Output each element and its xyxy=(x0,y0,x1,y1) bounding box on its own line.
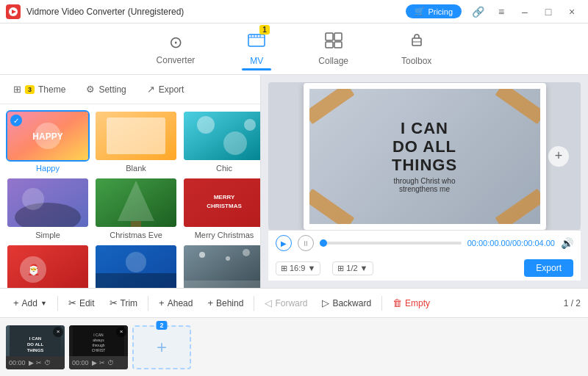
toolbox-icon xyxy=(408,32,426,53)
theme-thumb-merry[interactable]: MERRYCHRISTMAS xyxy=(182,177,260,228)
tab-converter[interactable]: ⊙ Converter xyxy=(145,29,207,70)
preview-area: I CAN DO ALL THINGS through Christ who s… xyxy=(268,82,581,230)
export-tab[interactable]: ↗ Export xyxy=(143,81,189,98)
svg-text:🎅: 🎅 xyxy=(27,264,40,276)
svg-rect-8 xyxy=(326,33,333,40)
theme-grid: HAPPY ✓ Happy Blank xyxy=(0,104,260,288)
setting-gear-icon: ⚙ xyxy=(86,84,95,95)
ahead-button[interactable]: + Ahead xyxy=(153,294,198,312)
tab-toolbox[interactable]: Toolbox xyxy=(390,28,443,70)
theme-item-santa[interactable]: 🎅 Santa Claus xyxy=(6,244,90,288)
preview-headline: I CAN DO ALL THINGS xyxy=(392,119,457,175)
tab-mv[interactable]: 1 MV xyxy=(236,28,277,70)
time-display: 00:00:00.00/00:00:04.00 xyxy=(467,239,555,247)
christmas-image xyxy=(96,178,176,227)
cart-icon: 🛒 xyxy=(415,7,425,16)
trim-button[interactable]: ✂ Trim xyxy=(104,294,144,312)
svg-text:I CAN: I CAN xyxy=(93,333,104,337)
theme-tab[interactable]: ⊞ 3 Theme xyxy=(9,81,70,98)
window-controls: 🔗 ≡ – □ × xyxy=(467,1,582,22)
svg-rect-19 xyxy=(184,110,260,162)
theme-thumb-santa[interactable]: 🎅 xyxy=(6,244,90,288)
theme-item-blank[interactable]: Blank xyxy=(94,110,178,173)
svg-point-20 xyxy=(197,116,215,134)
timeline: I CANDO ALLTHINGS 00:00 ▶ ✂ ⏱ × I CANalw… xyxy=(0,317,588,376)
add-button[interactable]: + Add ▼ xyxy=(7,294,53,312)
theme-item-snowy[interactable]: Snowy Night xyxy=(182,244,260,288)
svg-text:MERRY: MERRY xyxy=(214,194,235,200)
minimize-button[interactable]: – xyxy=(514,1,535,22)
svg-text:I CAN: I CAN xyxy=(29,336,41,341)
ratio-selector[interactable]: ⊞ 16:9 ▼ xyxy=(276,261,320,275)
preview-add-button[interactable]: + xyxy=(548,146,569,167)
theme-thumb-christmas[interactable] xyxy=(94,177,178,228)
tab-collage[interactable]: Collage xyxy=(306,28,360,70)
svg-text:CHRISTMAS: CHRISTMAS xyxy=(207,203,242,209)
preview-content: I CAN DO ALL THINGS through Christ who s… xyxy=(309,89,540,224)
svg-rect-9 xyxy=(334,33,342,40)
timeline-add-button[interactable]: + xyxy=(132,325,191,369)
theme-thumb-snowy[interactable] xyxy=(182,244,260,288)
svg-rect-2 xyxy=(248,35,265,46)
simple-image xyxy=(7,178,88,227)
theme-thumb-simple[interactable] xyxy=(6,177,90,228)
snowy-image xyxy=(184,245,260,288)
theme-item-simple[interactable]: Simple xyxy=(6,177,90,239)
edit-button[interactable]: ✂ Edit xyxy=(62,294,101,312)
backward-button[interactable]: ▷ Backward xyxy=(316,294,377,312)
theme-label-christmas: Christmas Eve xyxy=(110,231,162,239)
play-button[interactable]: ▶ xyxy=(276,235,292,251)
svg-rect-28 xyxy=(131,221,141,227)
pause-button[interactable]: ⏸ xyxy=(298,235,314,251)
empty-button[interactable]: 🗑 Empty xyxy=(387,294,436,312)
left-panel-tabs: ⊞ 3 Theme ⚙ Setting ↗ Export xyxy=(0,75,260,104)
theme-item-chic[interactable]: Chic xyxy=(182,110,260,173)
active-indicator xyxy=(242,68,271,70)
svg-text:HAPPY: HAPPY xyxy=(32,131,62,142)
controls-row2: ⊞ 16:9 ▼ ⊞ 1/2 ▼ Export xyxy=(268,256,581,281)
theme-thumb-blank[interactable] xyxy=(94,110,178,162)
timeline-close-2[interactable]: × xyxy=(116,327,126,337)
forward-button[interactable]: ◁ Forward xyxy=(259,294,313,312)
timeline-close-1[interactable]: × xyxy=(53,327,63,337)
app-icon xyxy=(6,4,21,19)
selected-check-icon: ✓ xyxy=(10,115,22,126)
progress-bar[interactable] xyxy=(320,242,462,245)
volume-icon[interactable]: 🔊 xyxy=(561,237,573,249)
playback-controls: ▶ ⏸ 00:00:00.00/00:00:04.00 🔊 xyxy=(268,230,581,256)
behind-icon: + xyxy=(207,297,213,308)
zoom-selector[interactable]: ⊞ 1/2 ▼ xyxy=(332,261,373,275)
backward-icon: ▷ xyxy=(322,297,329,308)
theme-item-happy[interactable]: HAPPY ✓ Happy xyxy=(6,110,90,173)
svg-rect-10 xyxy=(326,42,333,48)
behind-button[interactable]: + Behind xyxy=(201,294,249,312)
play-small-icon: ▶ xyxy=(29,359,34,366)
timeline-item-1: I CANDO ALLTHINGS 00:00 ▶ ✂ ⏱ × xyxy=(6,325,65,369)
theme-thumb-happy[interactable]: HAPPY ✓ xyxy=(6,110,90,162)
link-icon-btn[interactable]: 🔗 xyxy=(467,1,488,22)
setting-tab[interactable]: ⚙ Setting xyxy=(82,81,130,98)
theme-thumb-chic[interactable] xyxy=(182,110,260,162)
merry-image: MERRYCHRISTMAS xyxy=(184,178,260,227)
maximize-button[interactable]: □ xyxy=(538,1,559,22)
ratio-chevron-icon: ▼ xyxy=(307,264,315,272)
theme-thumb-modern[interactable] xyxy=(94,244,178,288)
pricing-button[interactable]: 🛒 Pricing xyxy=(406,4,462,18)
export-button[interactable]: Export xyxy=(524,259,573,277)
timeline-item-2: I CANalwaysthroughCHRIST 00:00 ▶ ✂ ⏱ × xyxy=(69,325,128,369)
content-area: ⊞ 3 Theme ⚙ Setting ↗ Export HAPPY xyxy=(0,75,588,288)
svg-text:through: through xyxy=(93,343,105,347)
svg-rect-42 xyxy=(184,281,260,288)
tape-top-right xyxy=(495,83,545,124)
cut-small-icon-2: ✂ xyxy=(99,359,105,366)
zoom-icon: ⊞ xyxy=(337,264,344,273)
progress-dot xyxy=(320,239,327,247)
santa-image: 🎅 xyxy=(7,245,88,288)
divider2 xyxy=(148,296,148,311)
theme-item-modern[interactable]: Modern Life xyxy=(94,244,178,288)
theme-item-christmas[interactable]: Christmas Eve xyxy=(94,177,178,239)
menu-icon-btn[interactable]: ≡ xyxy=(491,1,512,22)
theme-item-merry[interactable]: MERRYCHRISTMAS Merry Christmas xyxy=(182,177,260,239)
close-button[interactable]: × xyxy=(562,1,582,22)
converter-icon: ⊙ xyxy=(169,33,182,52)
